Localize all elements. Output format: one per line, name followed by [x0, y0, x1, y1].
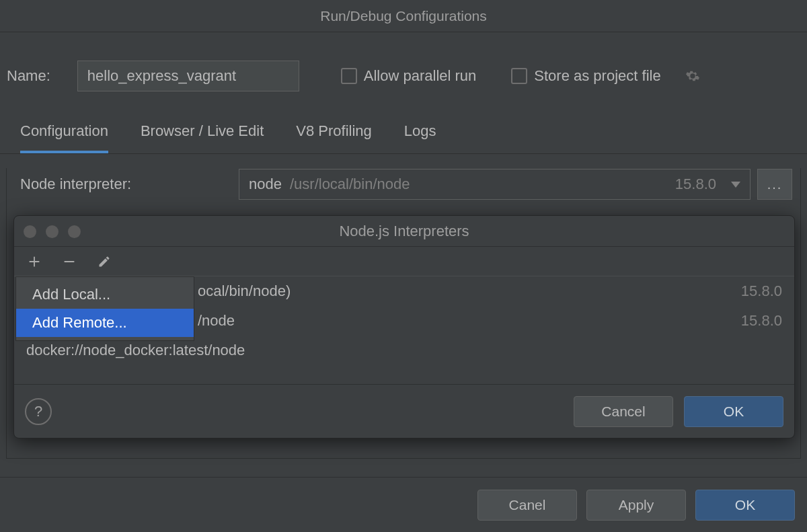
dialog-title: Run/Debug Configurations: [0, 0, 807, 32]
node-interpreter-dropdown[interactable]: node /usr/local/bin/node 15.8.0: [239, 169, 751, 200]
ok-button[interactable]: OK: [684, 396, 783, 427]
interpreters-footer: ? Cancel OK: [14, 384, 794, 438]
cancel-button[interactable]: Cancel: [574, 396, 673, 427]
store-as-file-label: Store as project file: [534, 67, 660, 85]
tab-logs[interactable]: Logs: [404, 122, 436, 153]
interpreters-dialog: Node.js Interpreters Add Local... Add Re…: [13, 215, 795, 439]
ok-button[interactable]: OK: [695, 490, 795, 521]
tabs-bar: Configuration Browser / Live Edit V8 Pro…: [0, 91, 807, 154]
configuration-name-input[interactable]: [77, 61, 299, 91]
interpreter-version: 15.8.0: [675, 176, 716, 193]
interpreter-toolbar: Add Local... Add Remote...: [14, 247, 794, 276]
node-interpreter-label: Node interpreter:: [20, 176, 239, 193]
add-remote-menu-item[interactable]: Add Remote...: [16, 309, 194, 337]
plus-icon: [28, 255, 41, 268]
store-as-file-checkbox[interactable]: Store as project file: [511, 67, 660, 85]
minimize-window-icon[interactable]: [46, 225, 59, 238]
pencil-icon: [98, 255, 111, 268]
help-button[interactable]: ?: [25, 398, 52, 425]
edit-interpreter-button[interactable]: [95, 252, 114, 271]
name-label: Name:: [7, 67, 50, 85]
browse-interpreter-button[interactable]: ...: [757, 169, 792, 200]
interpreter-path-text: docker://node_docker:latest/node: [26, 342, 782, 359]
interpreter-name: node: [249, 176, 282, 193]
close-window-icon[interactable]: [24, 225, 36, 238]
tab-browser-live-edit[interactable]: Browser / Live Edit: [141, 122, 264, 153]
chevron-down-icon: [731, 182, 740, 188]
tab-configuration[interactable]: Configuration: [20, 122, 108, 153]
checkbox-icon: [341, 68, 357, 84]
remove-interpreter-button[interactable]: [60, 252, 79, 271]
minus-icon: [63, 255, 76, 268]
gear-icon[interactable]: [685, 69, 700, 83]
tab-v8-profiling[interactable]: V8 Profiling: [296, 122, 372, 153]
allow-parallel-checkbox[interactable]: Allow parallel run: [341, 67, 477, 85]
interpreter-version-text: 15.8.0: [741, 312, 782, 330]
dialog-footer: Canel Apply OK: [0, 477, 807, 532]
zoom-window-icon[interactable]: [68, 225, 81, 238]
interpreters-title-text: Node.js Interpreters: [339, 223, 469, 239]
interpreter-version-text: 15.8.0: [741, 282, 782, 300]
add-interpreter-button[interactable]: [25, 252, 44, 271]
add-interpreter-menu: Add Local... Add Remote...: [15, 276, 194, 341]
checkbox-icon: [511, 68, 527, 84]
window-controls: [24, 216, 81, 247]
interpreters-dialog-title: Node.js Interpreters: [14, 216, 794, 247]
cancel-button[interactable]: Canel: [477, 490, 577, 521]
allow-parallel-label: Allow parallel run: [364, 67, 477, 85]
apply-button[interactable]: Apply: [586, 490, 686, 521]
add-local-menu-item[interactable]: Add Local...: [16, 280, 194, 309]
interpreter-path: /usr/local/bin/node: [290, 176, 667, 193]
